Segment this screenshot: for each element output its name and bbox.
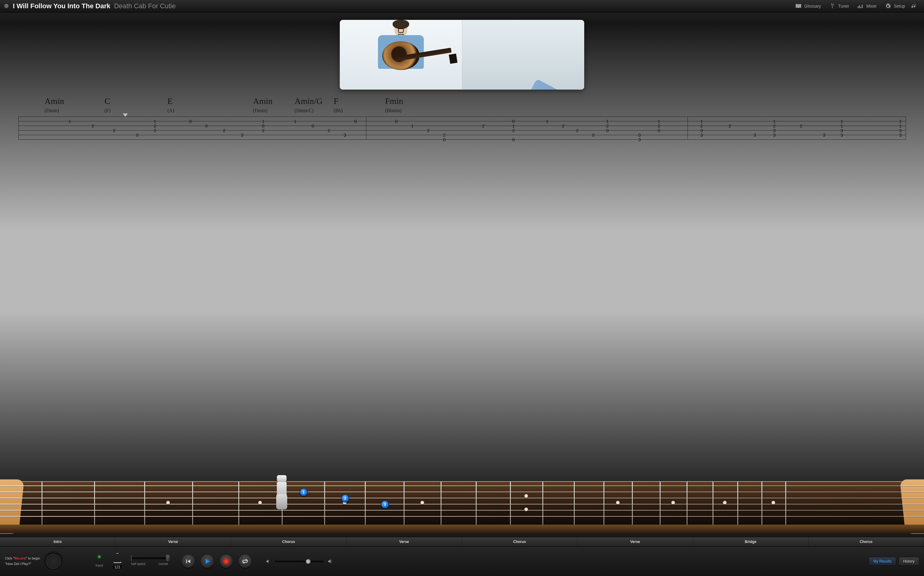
section-chorus[interactable]: Chorus bbox=[462, 537, 578, 546]
section-verse[interactable]: Verse bbox=[115, 537, 231, 546]
fret bbox=[632, 482, 633, 525]
tab-note: 2 bbox=[113, 128, 115, 133]
fret-marker-dot bbox=[524, 507, 528, 511]
tab-note: 1 bbox=[262, 119, 264, 123]
section-chorus[interactable]: Chorus bbox=[231, 537, 346, 546]
section-intro[interactable]: Intro bbox=[0, 537, 115, 546]
fret bbox=[660, 482, 661, 525]
tuner-button[interactable]: Tuner bbox=[829, 3, 849, 9]
tab-note: 2 bbox=[562, 123, 564, 128]
fret bbox=[543, 482, 543, 525]
chord-label: Amin/G(Dmin/C) bbox=[295, 96, 334, 114]
tab-barline bbox=[688, 117, 688, 139]
mixer-icon bbox=[857, 3, 864, 9]
section-chorus[interactable]: Chorus bbox=[809, 537, 924, 546]
tab-note: 3 bbox=[773, 133, 776, 137]
transport-bar: Click "Record" to begin "How Did I Play?… bbox=[0, 546, 924, 576]
tab-note: 1 bbox=[773, 119, 776, 123]
tab-note: 3 bbox=[344, 133, 346, 137]
chord-row: Amin(Dmin)C(F)E(A)Amin(Dmin)Amin/G(Dmin/… bbox=[45, 96, 879, 114]
tab-note: 1 bbox=[606, 119, 609, 123]
my-results-button[interactable]: My Results bbox=[869, 557, 896, 566]
volume-slider[interactable] bbox=[265, 558, 334, 565]
tab-note: 0 bbox=[395, 119, 397, 123]
fret bbox=[574, 482, 575, 525]
tab-note: 2 bbox=[576, 128, 578, 133]
section-verse[interactable]: Verse bbox=[578, 537, 693, 546]
bpm-display[interactable]: 121 bbox=[112, 565, 123, 570]
tab-note: 0 bbox=[136, 133, 139, 137]
glossary-button[interactable]: Glossary bbox=[795, 3, 821, 9]
tab-note: 0 bbox=[512, 137, 515, 142]
speed-label-normal: normal bbox=[159, 562, 168, 566]
tab-note: 3 bbox=[701, 128, 703, 133]
tab-note: 2 bbox=[773, 123, 776, 128]
tab-note: 3 bbox=[701, 133, 703, 137]
tab-note: 1 bbox=[512, 123, 515, 128]
tab-note: 0 bbox=[606, 128, 609, 133]
volume-low-icon bbox=[265, 558, 271, 564]
loop-button[interactable] bbox=[239, 555, 252, 568]
fret-marker-dot bbox=[420, 501, 424, 504]
rewind-button[interactable] bbox=[182, 555, 195, 568]
finger-marker: 1 bbox=[300, 488, 308, 496]
mixer-button[interactable]: Mixer bbox=[857, 3, 877, 9]
tab-note: 1 bbox=[546, 119, 549, 123]
fret-marker-dot bbox=[772, 501, 775, 504]
video-close-up bbox=[462, 20, 584, 90]
metronome-icon bbox=[113, 553, 121, 563]
setup-button[interactable]: Setup bbox=[884, 3, 905, 9]
fret bbox=[404, 482, 405, 525]
fret bbox=[761, 482, 762, 525]
tab-note: 1 bbox=[899, 119, 902, 123]
tab-note: 2 bbox=[658, 123, 660, 128]
guitar-string bbox=[0, 516, 924, 517]
tablature[interactable]: 1220122002310210230012202012012201200312… bbox=[18, 115, 906, 142]
fret bbox=[686, 482, 688, 525]
svg-marker-6 bbox=[206, 559, 210, 564]
tuning-fork-icon bbox=[829, 3, 836, 9]
metronome-button[interactable]: 121 bbox=[112, 553, 123, 570]
volume-high-icon bbox=[327, 558, 334, 565]
fret bbox=[324, 482, 325, 525]
speed-label-half: half speed bbox=[131, 562, 145, 566]
lesson-video[interactable] bbox=[0, 20, 924, 90]
video-wide-shot bbox=[340, 20, 462, 90]
tab-note: 2 bbox=[92, 123, 94, 128]
chord-label: C(F) bbox=[104, 96, 168, 114]
tab-note: 0 bbox=[638, 133, 641, 137]
section-bridge[interactable]: Bridge bbox=[693, 537, 809, 546]
fretboard[interactable]: 123 bbox=[0, 481, 924, 525]
tab-string bbox=[18, 117, 906, 117]
capo[interactable] bbox=[277, 475, 287, 482]
input-led-icon bbox=[98, 555, 101, 558]
tab-note: 2 bbox=[154, 123, 156, 128]
tab-note: 3 bbox=[899, 133, 902, 137]
gear-icon bbox=[884, 3, 891, 9]
chord-label: F(Bb) bbox=[334, 96, 385, 114]
fret-marker-dot bbox=[524, 494, 528, 498]
fret bbox=[94, 482, 95, 525]
tab-note: 2 bbox=[729, 123, 731, 128]
close-button[interactable] bbox=[4, 4, 8, 8]
history-button[interactable]: History bbox=[898, 557, 919, 566]
tab-note: 0 bbox=[205, 123, 207, 128]
tab-string bbox=[18, 126, 906, 126]
tab-note: 1 bbox=[294, 119, 297, 123]
tab-note: 1 bbox=[69, 119, 71, 123]
tab-string bbox=[18, 135, 906, 135]
record-button[interactable] bbox=[220, 555, 233, 568]
play-button[interactable] bbox=[201, 555, 214, 568]
tab-note: 2 bbox=[427, 128, 429, 133]
notation-toggle[interactable] bbox=[911, 3, 920, 9]
section-verse[interactable]: Verse bbox=[346, 537, 462, 546]
music-note-icon bbox=[911, 3, 917, 9]
speed-slider[interactable]: half speed normal bbox=[131, 557, 168, 566]
tab-note: 1 bbox=[154, 119, 156, 123]
tab-note: 0 bbox=[354, 119, 357, 123]
tab-barline bbox=[366, 117, 366, 139]
tab-note: 3 bbox=[773, 128, 776, 133]
tab-note: 2 bbox=[512, 128, 515, 133]
record-dial[interactable] bbox=[45, 553, 62, 570]
tab-string bbox=[18, 121, 906, 122]
